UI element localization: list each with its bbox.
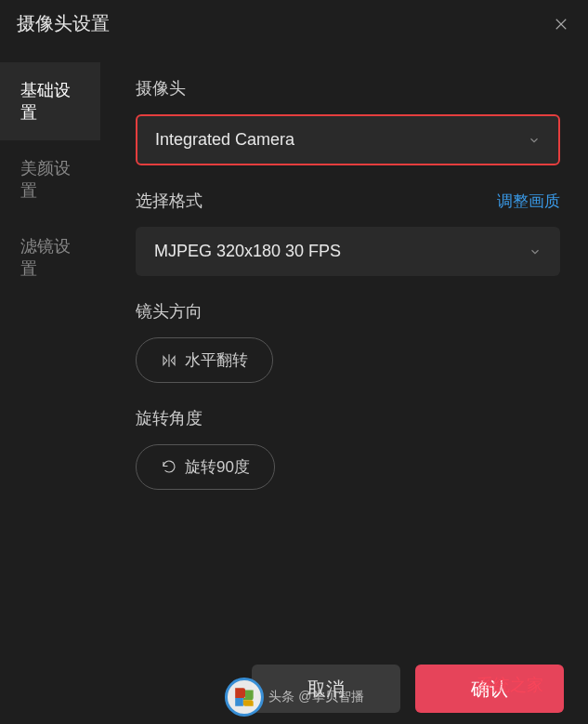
flip-horizontal-icon [161, 352, 177, 369]
sidebar: 基础设置 美颜设置 滤镜设置 [0, 55, 100, 658]
chevron-down-icon [528, 134, 541, 147]
watermark-logo-icon [224, 678, 263, 717]
adjust-quality-link[interactable]: 调整画质 [497, 191, 560, 212]
rotation-label: 旋转角度 [136, 407, 203, 429]
rotate-icon [161, 459, 177, 476]
sidebar-item-beauty[interactable]: 美颜设置 [0, 140, 100, 218]
rotate-90-button[interactable]: 旋转90度 [136, 444, 275, 490]
flip-horizontal-button[interactable]: 水平翻转 [136, 337, 273, 383]
watermark-center-text: 头条 @掌贝智播 [268, 689, 363, 705]
format-select[interactable]: MJPEG 320x180 30 FPS [136, 227, 560, 276]
sidebar-item-filter[interactable]: 滤镜设置 [0, 218, 100, 296]
watermark-center: 头条 @掌贝智播 [224, 678, 363, 717]
chevron-down-icon [529, 245, 542, 258]
close-icon[interactable] [551, 14, 571, 34]
sidebar-item-basic[interactable]: 基础设置 [0, 62, 100, 140]
camera-select[interactable]: Integrated Camera [136, 114, 560, 165]
camera-label: 摄像头 [136, 77, 186, 99]
window-title: 摄像头设置 [17, 11, 110, 36]
content-panel: 摄像头 Integrated Camera 选择格式 调整画质 MJPEG 32… [100, 55, 588, 658]
flip-button-label: 水平翻转 [185, 349, 248, 371]
rotate-button-label: 旋转90度 [185, 456, 250, 478]
camera-select-value: Integrated Camera [155, 130, 294, 150]
format-label: 选择格式 [136, 190, 203, 212]
format-select-value: MJPEG 320x180 30 FPS [154, 242, 341, 261]
direction-label: 镜头方向 [136, 300, 203, 323]
confirm-button[interactable]: 确认 [415, 665, 564, 713]
